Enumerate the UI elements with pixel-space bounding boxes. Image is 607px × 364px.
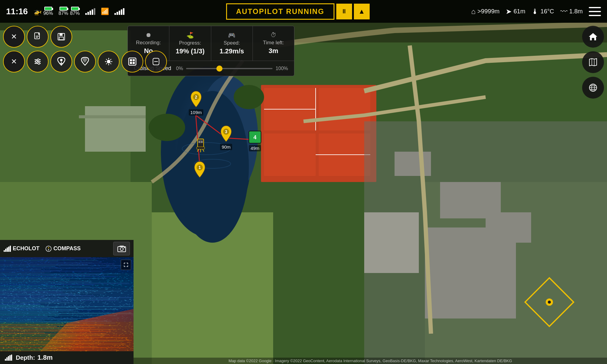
svg-line-75 bbox=[197, 149, 198, 152]
echolot-header: ECHOLOT COMPASS bbox=[0, 240, 134, 257]
svg-point-103 bbox=[548, 301, 551, 304]
svg-rect-101 bbox=[11, 355, 12, 361]
file-button[interactable] bbox=[27, 26, 49, 48]
slider-min: 0% bbox=[176, 66, 183, 71]
waypoint-2-label: 109m bbox=[189, 109, 203, 116]
svg-text:2: 2 bbox=[195, 95, 197, 99]
echolot-panel: ECHOLOT COMPASS bbox=[0, 240, 134, 364]
svg-point-21 bbox=[234, 85, 264, 109]
speed-slider[interactable] bbox=[186, 68, 273, 69]
svg-point-92 bbox=[120, 248, 123, 251]
waypoint-down2-button[interactable] bbox=[74, 51, 96, 72]
battery3-label: 87% bbox=[70, 11, 80, 16]
settings-button[interactable] bbox=[27, 51, 49, 72]
drone-icon: 🚁 bbox=[33, 8, 42, 15]
svg-text:4: 4 bbox=[253, 134, 256, 140]
drone-battery-group: 🚁 96% bbox=[33, 7, 53, 16]
nav-stat: ➤ 61m bbox=[506, 7, 525, 16]
depth-label: Depth: bbox=[16, 354, 35, 361]
controller-battery-group: 87% 87% bbox=[59, 7, 80, 16]
globe-button[interactable] bbox=[582, 77, 604, 99]
depth-value: 1.8m bbox=[569, 8, 583, 15]
navigation-icon: ➤ bbox=[506, 7, 512, 16]
svg-rect-10 bbox=[264, 133, 316, 176]
svg-rect-88 bbox=[8, 247, 9, 252]
waypoint-3[interactable]: 3 90m bbox=[219, 125, 233, 150]
echolot-tab[interactable]: ECHOLOT bbox=[4, 245, 39, 252]
status-right: ⌂ >9999m ➤ 61m 🌡 16°C 〰 1.8m bbox=[471, 7, 601, 16]
svg-text:3: 3 bbox=[225, 129, 227, 134]
toolbar-row-1: ✕ bbox=[3, 26, 167, 48]
autopilot-button[interactable]: AUTOPILOT RUNNING bbox=[226, 3, 334, 20]
close-button[interactable]: ✕ bbox=[3, 26, 25, 48]
speed-cell: 🎮 Speed: 1.29m/s bbox=[211, 26, 253, 61]
svg-point-94 bbox=[124, 247, 125, 248]
svg-rect-23 bbox=[395, 152, 431, 176]
toolbar-row-2: ✕ bbox=[3, 51, 167, 72]
status-left: 11:16 🚁 96% 87% bbox=[6, 7, 124, 16]
waypoint-down1-button[interactable] bbox=[50, 51, 72, 72]
svg-rect-87 bbox=[7, 248, 8, 252]
autopilot-up-button[interactable]: ▲ bbox=[354, 4, 370, 19]
slider-max: 100% bbox=[276, 66, 288, 71]
svg-point-20 bbox=[149, 114, 185, 141]
status-bar: 11:16 🚁 96% 87% bbox=[0, 0, 607, 23]
mode-button[interactable] bbox=[121, 51, 143, 72]
home-button[interactable] bbox=[582, 26, 604, 48]
waypoint-2[interactable]: 2 109m bbox=[189, 90, 203, 116]
time-display: 11:16 bbox=[6, 7, 28, 16]
speed-value: 1.29m/s bbox=[217, 47, 246, 55]
map-type-button[interactable] bbox=[582, 51, 604, 73]
time-cell: ⏱ Time left: 3m bbox=[253, 26, 294, 61]
svg-point-44 bbox=[38, 62, 40, 64]
temp-stat: 🌡 16°C bbox=[531, 7, 554, 16]
svg-line-52 bbox=[106, 59, 107, 60]
expand-button[interactable] bbox=[121, 260, 131, 270]
waypoint-4-label: 49m bbox=[249, 145, 261, 151]
camera-button[interactable] bbox=[113, 242, 130, 255]
echolot-display bbox=[0, 257, 134, 351]
svg-line-55 bbox=[106, 63, 107, 64]
speed-icon: 🎮 bbox=[217, 32, 246, 39]
nav-diamond bbox=[516, 272, 583, 334]
signal-bars-2 bbox=[114, 8, 124, 15]
svg-point-42 bbox=[37, 59, 39, 61]
time-left-value: 3m bbox=[259, 47, 288, 55]
autopilot-pause-button[interactable]: ⏸ bbox=[336, 4, 352, 19]
thermometer-icon: 🌡 bbox=[531, 7, 539, 16]
close2-button[interactable]: ✕ bbox=[3, 51, 25, 72]
slider-knob[interactable] bbox=[216, 66, 222, 72]
echolot-label: ECHOLOT bbox=[13, 245, 39, 252]
copyright-text: Map data ©2022 Google · Imagery ©2022 Ge… bbox=[229, 359, 512, 363]
wave-icon: 〰 bbox=[560, 7, 568, 16]
svg-text:1: 1 bbox=[198, 165, 201, 170]
svg-rect-99 bbox=[8, 356, 9, 361]
echolot-footer: Depth: 1.8m bbox=[0, 351, 134, 364]
svg-line-77 bbox=[203, 149, 204, 152]
svg-rect-97 bbox=[5, 359, 6, 361]
more-button[interactable] bbox=[145, 51, 167, 72]
signal-bars bbox=[85, 8, 95, 15]
compass-tab[interactable]: COMPASS bbox=[46, 245, 81, 252]
brightness-button[interactable] bbox=[98, 51, 120, 72]
svg-rect-58 bbox=[133, 59, 135, 61]
svg-rect-57 bbox=[130, 59, 132, 61]
waypoint-1[interactable]: 1 bbox=[193, 161, 206, 178]
home-stat: ⌂ >9999m bbox=[471, 7, 500, 16]
menu-button[interactable] bbox=[589, 7, 601, 16]
distance-value: 61m bbox=[514, 8, 525, 15]
progress-label: Progress: bbox=[175, 40, 205, 46]
save-button[interactable] bbox=[50, 26, 72, 48]
svg-rect-9 bbox=[319, 88, 370, 130]
svg-rect-26 bbox=[364, 212, 419, 273]
home-icon: ⌂ bbox=[471, 7, 476, 16]
sonar-canvas bbox=[0, 257, 134, 351]
left-toolbar: ✕ ✕ bbox=[3, 26, 167, 72]
speed-label: Speed: bbox=[217, 40, 246, 46]
svg-rect-37 bbox=[59, 33, 63, 36]
svg-point-47 bbox=[107, 60, 110, 63]
svg-rect-100 bbox=[9, 355, 11, 361]
waypoint-4[interactable]: 4 49m bbox=[248, 130, 262, 151]
svg-rect-19 bbox=[79, 115, 146, 118]
svg-rect-85 bbox=[4, 250, 5, 252]
